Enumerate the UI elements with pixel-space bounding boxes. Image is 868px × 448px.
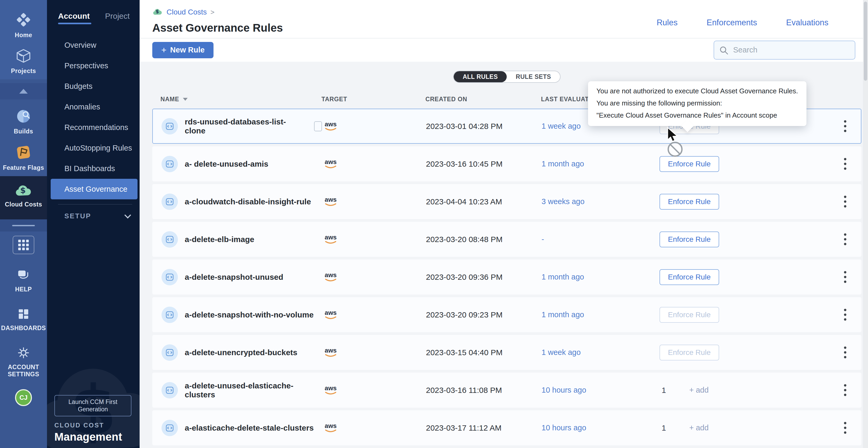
toggle-all-rules[interactable]: ALL RULES (454, 71, 507, 82)
aws-logo: aws (322, 279, 339, 284)
page-title: Asset Governance Rules (152, 22, 283, 34)
enforce-rule-button[interactable]: Enforce Rule (659, 307, 719, 323)
rule-icon (161, 231, 178, 248)
breadcrumb-link-cloud-costs[interactable]: Cloud Costs (166, 8, 207, 16)
new-rule-button[interactable]: + New Rule (152, 42, 214, 58)
kebab-menu-icon[interactable] (842, 269, 848, 285)
last-evaluation-link[interactable]: 10 hours ago (541, 423, 586, 432)
nav-link-rules[interactable]: Rules (657, 18, 678, 38)
enforce-rule-button[interactable]: Enforce Rule (659, 345, 719, 360)
sidebar-item-home[interactable]: Home (0, 7, 47, 43)
page-header: $ Cloud Costs > Asset Governance Rules R… (140, 0, 868, 38)
toolbar: + New Rule (140, 38, 868, 62)
scrollbar-thumb[interactable] (864, 2, 867, 81)
table-row[interactable]: a-delete-snapshot-unused aws 2023-03-20 … (152, 260, 861, 295)
panel-item-overview[interactable]: Overview (47, 35, 140, 56)
table-row[interactable]: a-cloudwatch-disable-insight-rule aws 20… (152, 184, 861, 219)
table-row[interactable]: a-delete-elb-image aws 2023-03-20 08:48 … (152, 222, 861, 257)
table-row[interactable]: a-delete-snapshot-with-no-volume aws 202… (152, 297, 861, 332)
rule-icon (161, 156, 178, 172)
panel-item-budgets[interactable]: Budgets (47, 76, 140, 97)
rail-divider (0, 219, 47, 232)
enforce-rule-button[interactable]: Enforce Rule (659, 269, 719, 285)
kebab-menu-icon[interactable] (842, 307, 848, 323)
search-input[interactable] (714, 41, 855, 60)
last-evaluation-link[interactable]: 1 week ago (541, 122, 581, 130)
toggle-rule-sets[interactable]: RULE SETS (507, 71, 560, 82)
svg-text:aws: aws (324, 234, 337, 241)
kebab-menu-icon[interactable] (842, 194, 848, 210)
cloud-costs-panel: Account Project Overview Perspectives Bu… (47, 0, 140, 448)
kebab-menu-icon[interactable] (842, 231, 848, 247)
rule-icon (161, 269, 178, 285)
last-evaluation-link[interactable]: 1 month ago (541, 273, 584, 281)
rail-collapse-button[interactable] (0, 83, 47, 99)
copy-icon[interactable] (314, 121, 322, 131)
rule-icon (161, 382, 178, 399)
col-header-name[interactable]: NAME (160, 96, 179, 103)
cube-icon (16, 48, 31, 65)
svg-text:aws: aws (324, 196, 337, 203)
permission-tooltip: You are not authorized to execute Cloud … (588, 81, 807, 126)
kebab-menu-icon[interactable] (842, 118, 848, 134)
panel-item-autostopping-rules[interactable]: AutoStopping Rules (47, 138, 140, 158)
add-enforcement-link[interactable]: + add (689, 423, 709, 432)
kebab-menu-icon[interactable] (842, 156, 848, 172)
rule-icon (161, 194, 178, 210)
breadcrumb-separator: > (211, 8, 215, 16)
harness-home-icon (15, 11, 32, 29)
module-rail: Home Projects Builds Feature Flags (0, 0, 47, 448)
panel-item-perspectives[interactable]: Perspectives (47, 56, 140, 76)
nav-link-evaluations[interactable]: Evaluations (786, 18, 829, 38)
module-selector-button[interactable] (13, 236, 34, 254)
launch-ccm-first-gen-button[interactable]: Launch CCM First Generation (54, 395, 131, 417)
last-evaluation-link[interactable]: 1 week ago (541, 348, 581, 356)
svg-text:$: $ (156, 9, 159, 14)
sidebar-item-builds[interactable]: Builds (0, 104, 47, 139)
last-evaluation-link[interactable]: 10 hours ago (541, 386, 586, 394)
sidebar-item-cloud-costs[interactable]: $ Cloud Costs (0, 176, 47, 219)
kebab-menu-icon[interactable] (842, 420, 848, 436)
panel-item-anomalies[interactable]: Anomalies (47, 97, 140, 117)
kebab-menu-icon[interactable] (842, 344, 848, 360)
last-evaluation-link[interactable]: 3 weeks ago (541, 197, 585, 206)
svg-text:aws: aws (324, 347, 337, 354)
cloud-costs-icon: $ (14, 183, 33, 198)
product-eyebrow: CLOUD COST (54, 422, 122, 429)
panel-item-recommendations[interactable]: Recommendations (47, 117, 140, 138)
tab-project[interactable]: Project (105, 11, 130, 24)
aws-logo: aws (322, 204, 339, 208)
tab-account[interactable]: Account (58, 11, 90, 24)
sidebar-item-help[interactable]: ? HELP (0, 264, 47, 298)
sidebar-item-feature-flags[interactable]: Feature Flags (0, 139, 47, 176)
table-row[interactable]: a-elasticache-delete-stale-clusters aws … (152, 410, 861, 445)
rule-icon (161, 420, 178, 436)
scrollbar[interactable] (863, 0, 868, 448)
setup-section-toggle[interactable]: SETUP (47, 205, 140, 220)
enforce-rule-button[interactable]: Enforce Rule (659, 194, 719, 210)
add-enforcement-link[interactable]: + add (689, 386, 709, 394)
table-row[interactable]: a-delete-unencrypted-buckets aws 2023-03… (152, 335, 861, 370)
col-header-target: TARGET (321, 96, 347, 103)
last-evaluation-link[interactable]: 1 month ago (541, 160, 584, 168)
sidebar-item-dashboards[interactable]: DASHBOARDS (0, 303, 47, 336)
sidebar-item-projects[interactable]: Projects (0, 43, 47, 79)
nav-link-enforcements[interactable]: Enforcements (707, 18, 757, 38)
aws-logo: aws (322, 129, 339, 133)
svg-text:aws: aws (324, 120, 337, 128)
sidebar-item-account-settings[interactable]: ACCOUNTSETTINGS (0, 341, 47, 382)
last-evaluation-link[interactable]: 1 month ago (541, 310, 584, 319)
aws-logo: aws (322, 317, 339, 321)
table-row[interactable]: a- delete-unused-amis aws 2023-03-16 10:… (152, 146, 861, 181)
panel-item-bi-dashboards[interactable]: BI Dashboards (47, 158, 140, 179)
last-evaluation-link[interactable]: - (541, 235, 544, 243)
kebab-menu-icon[interactable] (842, 382, 848, 398)
table-row[interactable]: a-delete-unused-elasticache-clusters aws… (152, 373, 861, 408)
enforce-rule-button[interactable]: Enforce Rule (659, 232, 719, 247)
rules-table-body: rds-unused-databases-list-clone aws 2023… (152, 109, 861, 445)
user-avatar[interactable]: CJ (15, 389, 32, 406)
col-header-created-on: CREATED ON (426, 96, 467, 103)
sort-desc-icon (183, 98, 188, 101)
panel-item-asset-governance[interactable]: Asset Governance (51, 179, 137, 199)
plus-icon: + (161, 45, 166, 55)
